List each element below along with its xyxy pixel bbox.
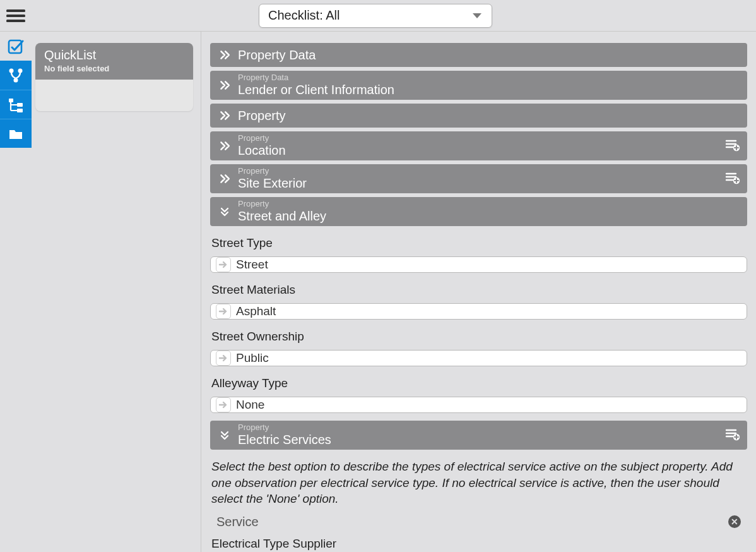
chevron-down-icon [471, 8, 483, 23]
section-property-data[interactable]: Property Data [210, 43, 747, 67]
add-list-icon[interactable] [724, 169, 741, 188]
section-site-exterior[interactable]: Property Site Exterior [210, 164, 747, 193]
hamburger-icon [6, 8, 25, 23]
value-alleyway-type: None [236, 398, 264, 412]
top-bar: Checklist: All [0, 0, 756, 32]
rail-checklist[interactable] [0, 32, 32, 61]
section-property[interactable]: Property [210, 104, 747, 128]
service-label: Service [216, 515, 259, 529]
label-street-ownership: Street Ownership [210, 330, 747, 344]
value-street-type: Street [236, 258, 268, 272]
chevron-right-icon [218, 110, 232, 121]
branch-icon [8, 67, 24, 83]
label-street-materials: Street Materials [210, 283, 747, 297]
nav-rail [0, 32, 32, 552]
section-lender-client[interactable]: Property Data Lender or Client Informati… [210, 71, 747, 100]
input-street-ownership[interactable]: Public [210, 350, 747, 366]
svg-rect-3 [6, 20, 25, 22]
section-street-alley[interactable]: Property Street and Alley [210, 197, 747, 226]
svg-point-6 [18, 69, 23, 73]
quicklist-card[interactable]: QuickList No field selected [35, 43, 193, 111]
main-content: Property Data Property Data Lender or Cl… [201, 32, 756, 552]
label-alleyway-type: Alleyway Type [210, 376, 747, 390]
svg-rect-8 [9, 99, 13, 102]
menu-button[interactable] [0, 0, 32, 32]
section-electric-services[interactable]: Property Electric Services [210, 421, 747, 450]
arrow-right-icon [216, 351, 231, 366]
close-icon[interactable]: ✕ [728, 515, 741, 528]
quicklist-title: QuickList [44, 48, 184, 63]
input-alleyway-type[interactable]: None [210, 397, 747, 413]
svg-rect-4 [9, 40, 21, 53]
chevron-down-icon [218, 206, 232, 217]
section-location[interactable]: Property Location [210, 131, 747, 160]
chevron-right-icon [218, 173, 232, 184]
dropdown-label: Checklist: All [268, 8, 340, 23]
svg-rect-9 [17, 103, 23, 107]
input-street-type[interactable]: Street [210, 256, 747, 273]
quicklist-panel: QuickList No field selected [32, 32, 201, 552]
checklist-filter-dropdown[interactable]: Checklist: All [259, 4, 492, 28]
add-list-icon[interactable] [724, 136, 741, 155]
rail-folder[interactable] [0, 119, 32, 148]
quicklist-subtitle: No field selected [44, 64, 184, 73]
rail-tree[interactable] [0, 90, 32, 119]
svg-point-7 [14, 78, 18, 83]
folder-icon [8, 126, 24, 142]
value-street-ownership: Public [236, 351, 269, 365]
label-street-type: Street Type [210, 236, 747, 250]
svg-rect-2 [6, 15, 25, 17]
tree-icon [8, 97, 24, 113]
service-subsection[interactable]: Service ✕ [210, 515, 747, 529]
checkbox-check-icon [8, 38, 24, 54]
add-list-icon[interactable] [724, 426, 741, 445]
rail-branch[interactable] [0, 61, 32, 90]
input-street-materials[interactable]: Asphalt [210, 303, 747, 320]
label-elec-supplier: Electrical Type Supplier [210, 537, 747, 551]
arrow-right-icon [216, 304, 231, 319]
chevron-right-icon [218, 140, 232, 152]
arrow-right-icon [216, 257, 231, 272]
chevron-right-icon [218, 80, 232, 91]
svg-rect-10 [17, 109, 23, 112]
value-street-materials: Asphalt [236, 304, 276, 318]
chevron-down-icon [218, 429, 232, 441]
svg-rect-1 [6, 9, 25, 12]
svg-point-5 [9, 69, 14, 73]
arrow-right-icon [216, 397, 231, 412]
electric-description: Select the best option to describe the t… [210, 453, 747, 511]
chevron-right-icon [218, 49, 232, 61]
